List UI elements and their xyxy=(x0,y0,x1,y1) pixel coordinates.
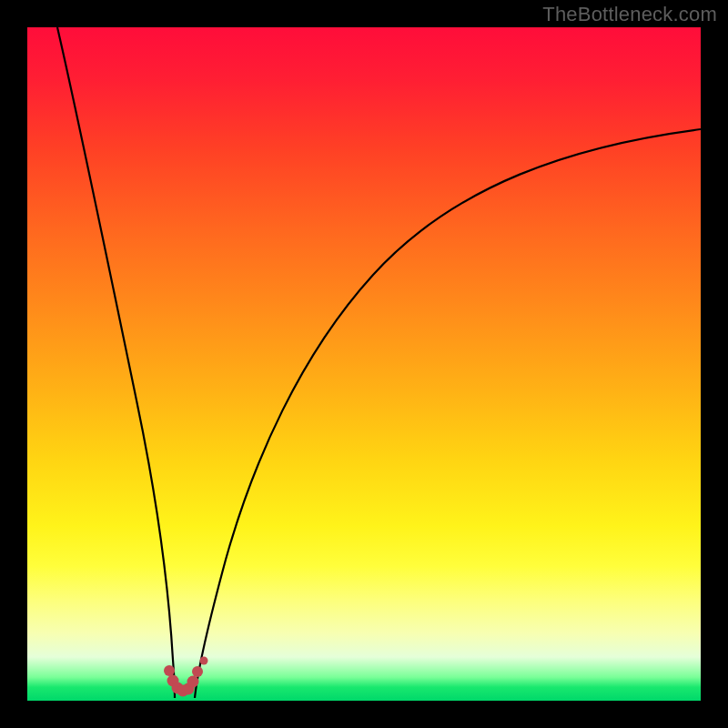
valley-marker-dots xyxy=(164,657,208,697)
right-branch-curve xyxy=(195,129,701,698)
svg-point-7 xyxy=(200,657,208,665)
svg-point-0 xyxy=(164,665,175,676)
curve-overlay xyxy=(27,27,701,701)
svg-point-5 xyxy=(187,676,199,688)
chart-frame: TheBottleneck.com xyxy=(0,0,728,728)
watermark-text: TheBottleneck.com xyxy=(542,3,717,26)
left-branch-curve xyxy=(57,27,175,698)
svg-point-6 xyxy=(192,666,203,677)
plot-area xyxy=(27,27,701,701)
